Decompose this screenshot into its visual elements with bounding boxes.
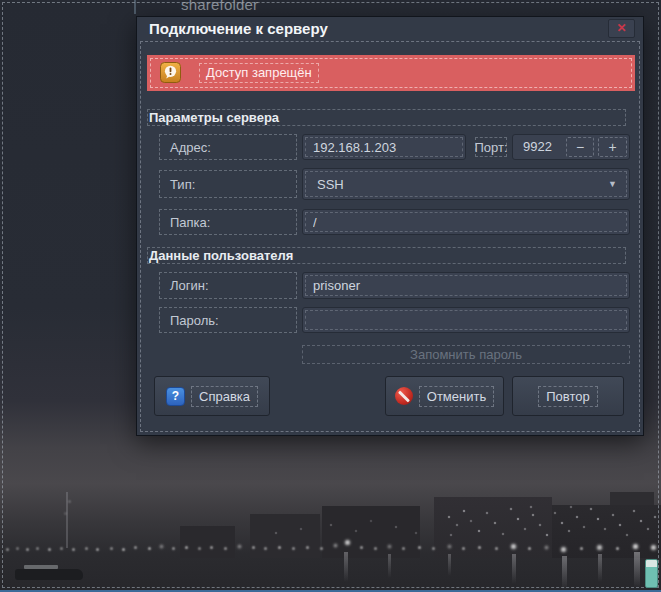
server-section-header: Параметры сервера [147, 109, 626, 126]
folder-input[interactable] [302, 209, 630, 235]
plus-icon: + [608, 139, 616, 155]
boat-silhouette [15, 569, 83, 580]
help-question-icon: ? [166, 387, 185, 406]
dialog-title: Подключение к серверу [149, 20, 328, 37]
error-banner: Доступ запрещён [147, 55, 635, 91]
connect-to-server-dialog: Подключение к серверу ✕ [136, 16, 644, 436]
type-selected-value: SSH [317, 177, 344, 192]
dialog-titlebar[interactable]: Подключение к серверу ✕ [137, 17, 643, 41]
help-button[interactable]: ? Справка [154, 376, 270, 416]
folder-label: Папка: [159, 209, 297, 235]
error-banner-text: Доступ запрещён [199, 63, 319, 83]
password-input[interactable] [302, 307, 630, 333]
dialog-content: Доступ запрещён Параметры сервера Адрес:… [140, 41, 640, 432]
port-increment-button[interactable]: + [598, 137, 627, 157]
crane-silhouette [66, 492, 68, 548]
address-label: Адрес: [159, 134, 297, 160]
login-input[interactable] [302, 272, 630, 299]
user-section-title: Данные пользователя [149, 248, 297, 263]
cancel-prohibition-icon [395, 387, 413, 405]
port-label: Порт: [475, 137, 507, 157]
background-file-label: sharefolder [181, 0, 258, 13]
cancel-button[interactable]: Отменить [385, 376, 504, 416]
login-label: Логин: [159, 272, 297, 299]
retry-button-label: Повтор [538, 386, 597, 407]
password-label: Пароль: [159, 307, 297, 333]
help-button-label: Справка [191, 386, 258, 407]
close-button[interactable]: ✕ [608, 19, 635, 38]
remember-password-checkbox[interactable]: Запомнить пароль [302, 345, 630, 364]
server-section-title: Параметры сервера [149, 110, 283, 125]
warning-icon [160, 62, 181, 83]
background-scrollbar-thumb[interactable] [645, 559, 658, 588]
retry-button[interactable]: Повтор [512, 376, 624, 416]
minus-icon: − [576, 139, 584, 155]
chevron-down-icon: ▼ [608, 179, 617, 189]
remember-password-label: Запомнить пароль [410, 347, 522, 362]
port-decrement-button[interactable]: − [566, 137, 594, 157]
type-select[interactable]: SSH ▼ [302, 168, 630, 200]
close-icon: ✕ [616, 21, 626, 35]
user-section-header: Данные пользователя [147, 247, 626, 264]
background-divider-line [134, 0, 136, 14]
desktop-screen: sharefolder Подключение к серверу ✕ [0, 0, 661, 592]
port-spinbox[interactable]: 9922 − + [512, 134, 630, 160]
port-value[interactable]: 9922 [523, 139, 552, 154]
cancel-button-label: Отменить [419, 386, 494, 407]
address-input[interactable] [302, 134, 466, 160]
type-label: Тип: [159, 170, 297, 198]
